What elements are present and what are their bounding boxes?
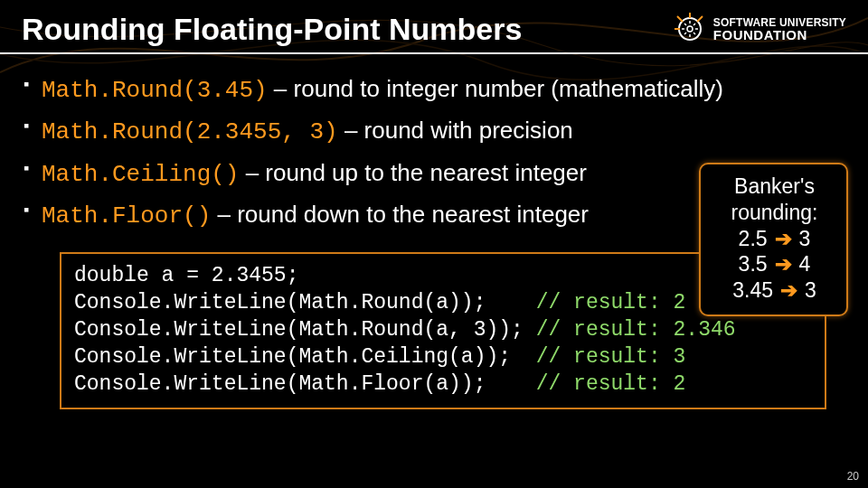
svg-point-1 [687,26,693,32]
callout-a: 2.5 [739,226,768,252]
bullet-text: – round down to the nearest integer [211,201,589,228]
slide-content: Math.Round(3.45) – round to integer numb… [0,54,868,409]
code-snippet: Math.Floor() [42,202,211,230]
callout-b: 3 [805,277,816,304]
bullet-text: – round up to the nearest integer [239,159,587,186]
page-number: 20 [847,470,859,483]
callout-b: 3 [799,226,811,252]
arrow-right-icon: ➔ [775,226,792,252]
callout-row: 3.45 ➔ 3 [713,277,835,304]
code-stmt: Console.WriteLine(Math.Ceiling(a)); [74,345,524,369]
code-snippet: Math.Round(2.3455, 3) [42,118,338,145]
lightbulb-gear-icon [672,11,708,47]
code-comment: // result: 2 [536,291,686,314]
code-comment: // result: 2 [536,372,686,396]
bullet-text: – round with precision [338,117,573,144]
code-comment: // result: 2.346 [536,318,736,342]
brand-logo: SOFTWARE UNIVERSITY FOUNDATION [672,11,846,47]
callout-a: 3.5 [739,251,768,277]
callout-row: 2.5 ➔ 3 [713,226,835,252]
slide-header: Rounding Floating-Point Numbers SOFTWARE… [0,0,868,54]
arrow-right-icon: ➔ [775,251,792,277]
code-snippet: Math.Round(3.45) [42,77,268,104]
callout-b: 4 [799,251,811,277]
callout-line: Banker's [713,174,835,200]
code-stmt: Console.WriteLine(Math.Round(a)); [74,291,524,314]
code-comment: // result: 3 [536,345,686,369]
logo-text-line2: FOUNDATION [713,28,846,42]
callout-a: 3.45 [732,277,773,304]
arrow-right-icon: ➔ [780,277,797,304]
code-stmt: Console.WriteLine(Math.Floor(a)); [74,372,524,396]
bullet-item: Math.Round(3.45) – round to integer numb… [24,70,844,108]
code-stmt: Console.WriteLine(Math.Round(a, 3)); [74,318,524,342]
logo-text-line1: SOFTWARE UNIVERSITY [713,17,846,28]
code-snippet: Math.Ceiling() [42,161,239,188]
callout-row: 3.5 ➔ 4 [713,251,835,277]
bullet-item: Math.Round(2.3455, 3) – round with preci… [24,112,844,150]
callout-line: rounding: [713,200,835,226]
bullet-text: – round to integer number (mathematicall… [268,75,723,102]
callout-box: Banker's rounding: 2.5 ➔ 3 3.5 ➔ 4 3.45 … [699,163,848,316]
slide-title: Rounding Floating-Point Numbers [22,12,522,47]
code-line: double a = 2.3455; [74,264,298,287]
